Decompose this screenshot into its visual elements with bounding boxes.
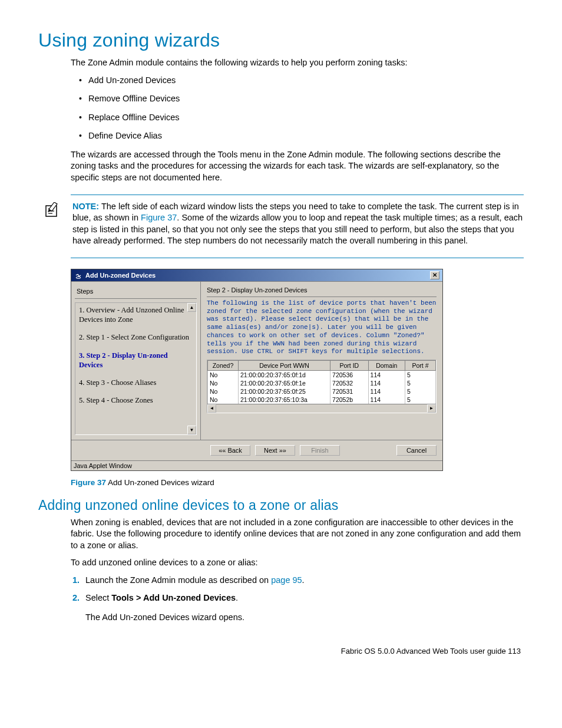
steps-list[interactable]: ▲ 1. Overview - Add Unzoned Online Devic…	[75, 302, 197, 435]
col-portnum[interactable]: Port #	[405, 361, 435, 371]
step-item[interactable]: 4. Step 3 - Choose Aliases	[79, 378, 193, 387]
list-item: Add Un-zoned Devices	[88, 75, 524, 87]
page-footer: Fabric OS 5.0.0 Advanced Web Tools user …	[38, 647, 524, 655]
step-text-after: .	[302, 575, 305, 585]
procedure-list: 1. Launch the Zone Admin module as descr…	[38, 575, 524, 604]
wizard-description: The following is the list of device port…	[207, 299, 437, 356]
figure-link[interactable]: Figure 37	[141, 213, 177, 222]
figure-screenshot: Add Un-zoned Devices ✕ Steps ▲ 1. Overvi…	[38, 269, 524, 487]
step-item[interactable]: 1. Overview - Add Unzoned Online Devices…	[79, 305, 193, 325]
divider	[71, 195, 524, 195]
device-table[interactable]: Zoned? Device Port WWN Port ID Domain Po…	[207, 360, 436, 404]
paragraph: The Add Un-zoned Devices wizard opens.	[38, 612, 524, 622]
note-label: NOTE:	[72, 202, 99, 211]
scroll-up-icon[interactable]: ▲	[187, 303, 196, 312]
col-zoned[interactable]: Zoned?	[208, 361, 239, 371]
scroll-down-icon[interactable]: ▼	[187, 426, 196, 434]
wizard-window: Add Un-zoned Devices ✕ Steps ▲ 1. Overvi…	[71, 269, 443, 471]
table-row[interactable]: No21:00:00:20:37:65:0f:1d7205361145	[208, 371, 436, 380]
close-icon[interactable]: ✕	[430, 271, 439, 279]
list-item: 1. Launch the Zone Admin module as descr…	[85, 575, 524, 587]
scroll-right-icon[interactable]: ►	[427, 404, 436, 413]
wizard-content-panel: Step 2 - Display Un-zoned Devices The fo…	[201, 282, 442, 440]
next-button[interactable]: Next »»	[255, 445, 295, 456]
figure-number: Figure 37	[71, 478, 106, 487]
steps-label: Steps	[75, 286, 197, 299]
svg-point-4	[76, 276, 81, 278]
page-link[interactable]: page 95	[271, 575, 302, 585]
figure-title: Add Un-zoned Devices wizard	[106, 478, 214, 487]
back-button[interactable]: «« Back	[210, 445, 250, 456]
wizard-list: Add Un-zoned Devices Remove Offline Devi…	[38, 75, 524, 142]
list-item: 2. Select Tools > Add Un-zoned Devices.	[85, 592, 524, 604]
finish-button: Finish	[300, 445, 340, 456]
intro-paragraph: The Zone Admin module contains the follo…	[38, 57, 524, 69]
wizard-steps-panel: Steps ▲ 1. Overview - Add Unzoned Online…	[71, 282, 201, 440]
divider	[71, 258, 524, 258]
figure-caption: Figure 37 Add Un-zoned Devices wizard	[71, 478, 524, 487]
subsection-heading: Adding unzoned online devices to a zone …	[38, 498, 524, 513]
wizard-title-text: Add Un-zoned Devices	[85, 272, 156, 279]
section-heading: Using zoning wizards	[38, 29, 524, 51]
status-bar: Java Applet Window	[71, 460, 442, 470]
table-row[interactable]: No21:00:00:20:37:65:0f:257205311145	[208, 387, 436, 396]
wizard-button-bar: «« Back Next »» Finish Cancel	[71, 440, 442, 460]
col-wwn[interactable]: Device Port WWN	[239, 361, 330, 371]
table-header-row: Zoned? Device Port WWN Port ID Domain Po…	[208, 361, 436, 371]
paragraph: When zoning is enabled, devices that are…	[38, 517, 524, 552]
menu-path: Tools > Add Un-zoned Devices	[111, 593, 236, 602]
note-block: NOTE: The left side of each wizard windo…	[38, 201, 524, 247]
table-row[interactable]: No21:00:00:20:37:65:10:3a72052b1145	[208, 396, 436, 404]
list-item: Remove Offline Devices	[88, 93, 524, 105]
paragraph: To add unzoned online devices to a zone …	[38, 557, 524, 569]
note-text: NOTE: The left side of each wizard windo…	[68, 201, 524, 247]
java-cup-icon	[74, 271, 82, 279]
step-item[interactable]: 5. Step 4 - Choose Zones	[79, 396, 193, 405]
list-item: Replace Offline Devices	[88, 112, 524, 124]
note-icon	[44, 202, 62, 220]
cancel-button[interactable]: Cancel	[396, 445, 437, 456]
step-number: 2.	[72, 592, 80, 604]
step-text-before: Launch the Zone Admin module as describe…	[85, 575, 271, 585]
step-text-after: .	[236, 593, 238, 602]
step-number: 1.	[72, 575, 80, 587]
scroll-left-icon[interactable]: ◄	[207, 404, 216, 413]
step-item-current[interactable]: 3. Step 2 - Display Un-zoned Devices	[79, 351, 193, 370]
col-domain[interactable]: Domain	[368, 361, 405, 371]
intro-paragraph-2: The wizards are accessed through the Too…	[38, 149, 524, 184]
step-text-before: Select	[85, 593, 111, 602]
wizard-step-title: Step 2 - Display Un-zoned Devices	[207, 286, 437, 297]
horizontal-scrollbar[interactable]: ◄ ►	[207, 404, 436, 413]
col-portid[interactable]: Port ID	[330, 361, 369, 371]
device-table-container: Zoned? Device Port WWN Port ID Domain Po…	[207, 360, 437, 413]
step-item[interactable]: 2. Step 1 - Select Zone Configuration	[79, 332, 193, 342]
wizard-titlebar: Add Un-zoned Devices ✕	[71, 269, 442, 281]
list-item: Define Device Alias	[88, 130, 524, 142]
table-row[interactable]: No21:00:00:20:37:65:0f:1e7205321145	[208, 379, 436, 387]
